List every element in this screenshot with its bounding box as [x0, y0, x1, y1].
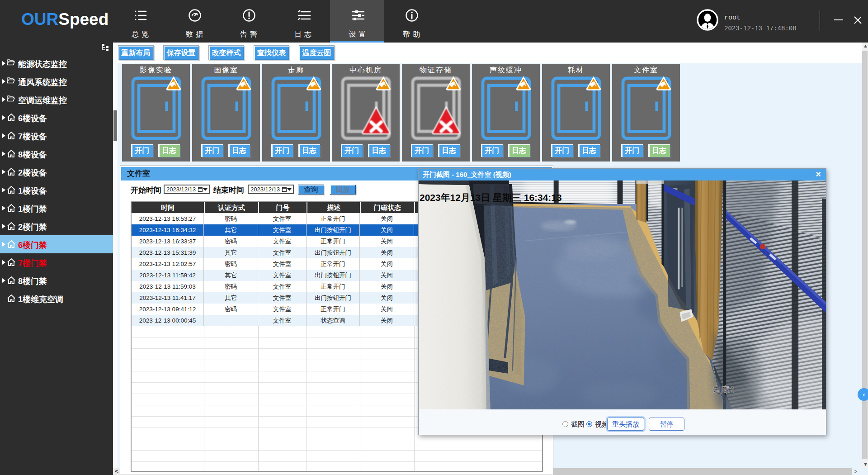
svg-text:走廊2: 走廊2 [712, 385, 734, 394]
svg-text:2023年12月13日 星期三 16:34:13: 2023年12月13日 星期三 16:34:13 [420, 192, 562, 203]
